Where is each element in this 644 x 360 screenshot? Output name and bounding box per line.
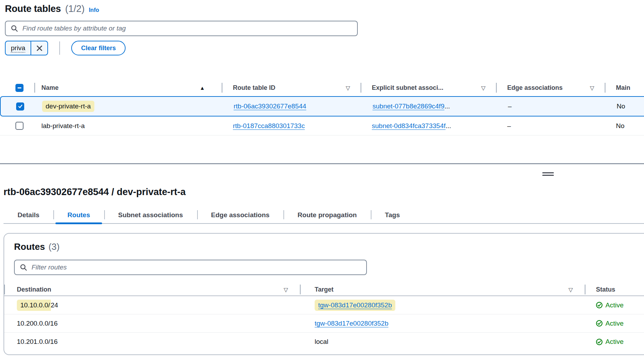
clear-filters-button[interactable]: Clear filters bbox=[71, 41, 126, 55]
cell-subnet: subnet-0d834fca373354f... bbox=[361, 116, 496, 135]
page-header: Route tables (1/2) Info bbox=[5, 4, 99, 14]
tab-routes[interactable]: Routes bbox=[53, 207, 104, 223]
filter-column-icon[interactable]: ▽ bbox=[284, 286, 288, 293]
highlighted-destination: 10.10.0.0/ bbox=[17, 300, 51, 311]
filter-column-icon[interactable]: ▽ bbox=[346, 85, 350, 91]
close-icon bbox=[36, 45, 43, 52]
routes-header-row: Destination ▽ Target ▽ Status bbox=[4, 284, 644, 296]
highlighted-target: tgw-083d17e00280f352b bbox=[315, 300, 395, 311]
cell-target: tgw-083d17e00280f352b bbox=[300, 296, 585, 314]
tab-route-propagation[interactable]: Route propagation bbox=[283, 207, 371, 223]
cell-target: local bbox=[300, 333, 585, 351]
page-title-count: (1/2) bbox=[65, 4, 85, 14]
cell-target: tgw-083d17e00280f352b bbox=[300, 314, 585, 332]
cell-main: No bbox=[605, 97, 644, 116]
column-header-edge-associations[interactable]: Edge associations ▽ bbox=[496, 79, 605, 96]
row-select-cell bbox=[0, 116, 34, 135]
route-tables-page: Route tables (1/2) Info priva Clear filt… bbox=[0, 0, 644, 360]
select-all-checkbox[interactable] bbox=[15, 84, 24, 92]
tab-details[interactable]: Details bbox=[4, 207, 53, 223]
status-badge: Active bbox=[596, 301, 624, 309]
route-row: 10.201.0.0/16 local Active bbox=[4, 333, 644, 351]
indeterminate-icon bbox=[17, 86, 22, 90]
column-header-target[interactable]: Target ▽ bbox=[300, 284, 585, 295]
status-active-icon bbox=[596, 339, 603, 345]
row-checkbox-unchecked[interactable] bbox=[15, 122, 24, 130]
route-tables-table: Name ▲ Route table ID ▽ Explicit subnet … bbox=[0, 79, 644, 135]
filter-column-icon[interactable]: ▽ bbox=[481, 85, 485, 91]
filter-column-icon[interactable]: ▽ bbox=[569, 286, 573, 293]
routes-panel: Routes (3) Destination ▽ Target ▽ Status bbox=[4, 233, 644, 355]
subnet-link[interactable]: subnet-077b8e2869c4f9 bbox=[373, 102, 444, 110]
routes-table: Destination ▽ Target ▽ Status 10.10.0.0/… bbox=[4, 284, 644, 351]
highlighted-name: dev-private-rt-a bbox=[42, 101, 94, 112]
remove-filter-button[interactable] bbox=[31, 41, 47, 55]
check-icon bbox=[18, 104, 23, 109]
status-badge: Active bbox=[596, 338, 624, 346]
drag-handle-bar bbox=[542, 175, 554, 176]
target-link[interactable]: tgw-083d17e00280f352b bbox=[315, 320, 388, 327]
routes-filter-input[interactable] bbox=[31, 263, 361, 272]
detail-tabs: Details Routes Subnet associations Edge … bbox=[4, 207, 644, 224]
table-row[interactable]: lab-private-rt-a rtb-0187cca880301733c s… bbox=[0, 116, 644, 135]
page-title: Route tables bbox=[5, 4, 61, 14]
cell-status: Active bbox=[585, 296, 644, 314]
cell-destination: 10.10.0.0/24 bbox=[4, 296, 300, 314]
route-tables-search[interactable] bbox=[5, 21, 358, 36]
cell-route-table-id: rtb-0187cca880301733c bbox=[222, 116, 361, 135]
filter-token-text[interactable]: priva bbox=[11, 44, 25, 52]
row-checkbox-checked[interactable] bbox=[16, 102, 24, 111]
table-header-row: Name ▲ Route table ID ▽ Explicit subnet … bbox=[0, 79, 644, 96]
cell-destination: 10.201.0.0/16 bbox=[4, 333, 300, 351]
route-table-id-link[interactable]: rtb-0187cca880301733c bbox=[233, 122, 305, 130]
search-icon bbox=[11, 25, 18, 32]
routes-panel-count: (3) bbox=[48, 241, 60, 252]
cell-status: Active bbox=[585, 314, 644, 332]
target-link[interactable]: tgw-083d17e00280f352b bbox=[318, 301, 392, 309]
status-active-icon bbox=[596, 302, 603, 308]
route-row: 10.10.0.0/24 tgw-083d17e00280f352b Activ… bbox=[4, 296, 644, 314]
split-panel-border bbox=[0, 163, 644, 164]
cell-main: No bbox=[605, 116, 644, 135]
filter-column-icon[interactable]: ▽ bbox=[590, 85, 594, 91]
column-header-explicit-subnet[interactable]: Explicit subnet associ... ▽ bbox=[361, 79, 496, 96]
search-input[interactable] bbox=[22, 24, 352, 33]
cell-subnet: subnet-077b8e2869c4f9... bbox=[361, 97, 497, 116]
route-table-id-link[interactable]: rtb-06ac39302677e8544 bbox=[234, 102, 306, 110]
tab-tags[interactable]: Tags bbox=[371, 207, 414, 223]
drag-handle-bar bbox=[542, 172, 554, 173]
tab-subnet-associations[interactable]: Subnet associations bbox=[104, 207, 197, 223]
filter-divider bbox=[59, 41, 60, 55]
routes-panel-header: Routes (3) bbox=[14, 241, 60, 252]
column-header-name[interactable]: Name ▲ bbox=[34, 79, 222, 96]
subnet-link[interactable]: subnet-0d834fca373354f bbox=[372, 122, 445, 130]
sort-ascending-icon[interactable]: ▲ bbox=[200, 85, 205, 91]
routes-filter[interactable] bbox=[14, 260, 367, 275]
cell-route-table-id: rtb-06ac39302677e8544 bbox=[222, 97, 361, 116]
row-select-cell bbox=[1, 97, 35, 116]
search-icon bbox=[20, 264, 27, 271]
cell-name: dev-private-rt-a bbox=[35, 97, 222, 116]
route-row: 10.200.0.0/16 tgw-083d17e00280f352b Acti… bbox=[4, 314, 644, 333]
filter-bar: priva Clear filters bbox=[5, 41, 126, 55]
cell-status: Active bbox=[585, 333, 644, 351]
filter-token-label-wrap: priva bbox=[6, 41, 31, 55]
cell-edge-associations: – bbox=[496, 116, 605, 135]
column-header-status[interactable]: Status bbox=[585, 284, 644, 295]
status-active-icon bbox=[596, 320, 603, 327]
info-link[interactable]: Info bbox=[89, 7, 99, 13]
table-row[interactable]: dev-private-rt-a rtb-06ac39302677e8544 s… bbox=[0, 96, 644, 116]
split-panel-drag-handle[interactable] bbox=[542, 172, 554, 177]
status-badge: Active bbox=[596, 320, 624, 327]
column-header-destination[interactable]: Destination ▽ bbox=[4, 284, 300, 295]
filter-token[interactable]: priva bbox=[5, 41, 48, 55]
column-header-main[interactable]: Main bbox=[605, 79, 644, 96]
cell-destination: 10.200.0.0/16 bbox=[4, 314, 300, 332]
cell-edge-associations: – bbox=[497, 97, 605, 116]
header-select-cell bbox=[0, 79, 34, 96]
detail-panel-title: rtb-06ac39302677e8544 / dev-private-rt-a bbox=[4, 187, 186, 198]
routes-panel-title: Routes bbox=[14, 241, 45, 252]
column-header-route-table-id[interactable]: Route table ID ▽ bbox=[222, 79, 361, 96]
cell-name: lab-private-rt-a bbox=[34, 116, 222, 135]
tab-edge-associations[interactable]: Edge associations bbox=[197, 207, 284, 223]
